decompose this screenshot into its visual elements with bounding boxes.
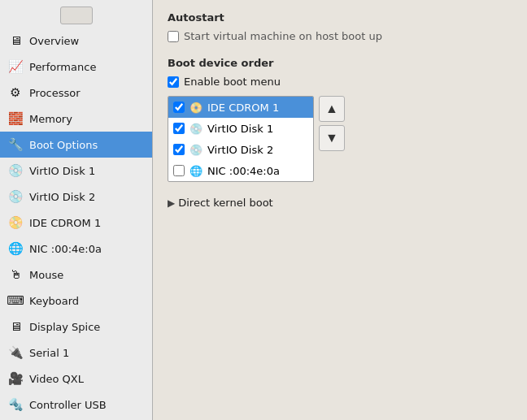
sidebar-item-label-serial-1: Serial 1 <box>29 347 69 359</box>
boot-device-label-virtio-disk-1: VirtIO Disk 1 <box>207 123 273 135</box>
memory-icon: 🧱 <box>7 110 24 128</box>
processor-icon: ⚙ <box>7 84 24 102</box>
boot-options-icon: 🔧 <box>7 136 24 154</box>
sidebar-item-label-virtio-disk-1: VirtIO Disk 1 <box>29 165 95 177</box>
sidebar-item-processor[interactable]: ⚙Processor <box>0 80 152 106</box>
boot-device-list: 📀IDE CDROM 1💿VirtIO Disk 1💿VirtIO Disk 2… <box>168 96 314 182</box>
boot-device-label-ide-cdrom-1: IDE CDROM 1 <box>207 102 279 114</box>
autostart-title: Autostart <box>168 11 512 24</box>
sidebar-item-memory[interactable]: 🧱Memory <box>0 106 152 132</box>
boot-device-label-nic-00: NIC :00:4e:0a <box>207 165 280 177</box>
sidebar-item-overview[interactable]: 🖥Overview <box>0 28 152 54</box>
boot-device-checkbox-virtio-disk-2[interactable] <box>173 144 185 155</box>
order-buttons: ▲ ▼ <box>319 96 345 151</box>
overview-icon: 🖥 <box>7 32 24 50</box>
boot-device-checkbox-nic-00[interactable] <box>173 165 185 176</box>
sidebar-item-label-virtio-disk-2: VirtIO Disk 2 <box>29 191 95 203</box>
keyboard-icon: ⌨ <box>7 292 24 310</box>
boot-device-section: Boot device order Enable boot menu 📀IDE … <box>168 57 512 182</box>
sidebar-item-label-nic: NIC :00:4e:0a <box>29 243 102 255</box>
enable-boot-menu-label: Enable boot menu <box>184 76 281 88</box>
ide-cdrom-1-icon: 📀 <box>7 214 24 232</box>
video-qxl-icon: 🎥 <box>7 370 24 388</box>
sidebar-item-virtio-disk-2[interactable]: 💿VirtIO Disk 2 <box>0 184 152 210</box>
mouse-icon: 🖱 <box>7 266 24 284</box>
boot-device-item-virtio-disk-1[interactable]: 💿VirtIO Disk 1 <box>168 118 313 139</box>
sidebar-item-label-controller-usb: Controller USB <box>29 399 107 411</box>
boot-device-item-nic-00[interactable]: 🌐NIC :00:4e:0a <box>168 160 313 181</box>
sidebar-item-label-memory: Memory <box>29 113 72 125</box>
autostart-label: Start virtual machine on host boot up <box>184 30 382 42</box>
sidebar-item-mouse[interactable]: 🖱Mouse <box>0 262 152 288</box>
stub-button[interactable] <box>60 6 93 24</box>
sidebar-item-label-video-qxl: Video QXL <box>29 373 84 385</box>
autostart-row: Start virtual machine on host boot up <box>168 30 512 42</box>
sidebar-item-label-performance: Performance <box>29 61 96 73</box>
expander-arrow-icon: ▶ <box>168 197 175 209</box>
sidebar-item-label-overview: Overview <box>29 35 79 47</box>
sidebar-item-label-boot-options: Boot Options <box>29 139 98 151</box>
ide-cdrom-1-dev-icon: 📀 <box>189 101 203 114</box>
sidebar-item-boot-options[interactable]: 🔧Boot Options <box>0 132 152 158</box>
sidebar-item-label-display-spice: Display Spice <box>29 321 100 333</box>
controller-usb-icon: 🔩 <box>7 396 24 414</box>
display-spice-icon: 🖥 <box>7 318 24 336</box>
boot-device-title: Boot device order <box>168 57 512 69</box>
sidebar-item-video-qxl[interactable]: 🎥Video QXL <box>0 366 152 392</box>
nic-00-dev-icon: 🌐 <box>189 164 203 177</box>
boot-device-checkbox-ide-cdrom-1[interactable] <box>173 102 185 113</box>
virtio-disk-2-dev-icon: 💿 <box>189 143 203 156</box>
boot-device-label-virtio-disk-2: VirtIO Disk 2 <box>207 144 273 156</box>
sidebar-item-keyboard[interactable]: ⌨Keyboard <box>0 288 152 314</box>
sidebar-item-label-mouse: Mouse <box>29 269 63 281</box>
enable-boot-menu-row: Enable boot menu <box>168 76 512 88</box>
boot-device-container: 📀IDE CDROM 1💿VirtIO Disk 1💿VirtIO Disk 2… <box>168 96 512 182</box>
enable-boot-menu-checkbox[interactable] <box>168 76 179 88</box>
direct-kernel-label: Direct kernel boot <box>178 197 272 209</box>
performance-icon: 📈 <box>7 58 24 76</box>
sidebar-item-nic[interactable]: 🌐NIC :00:4e:0a <box>0 236 152 262</box>
sidebar-item-display-spice[interactable]: 🖥Display Spice <box>0 314 152 340</box>
sidebar-item-label-keyboard: Keyboard <box>29 295 79 307</box>
sidebar-item-ide-cdrom-1[interactable]: 📀IDE CDROM 1 <box>0 210 152 236</box>
boot-device-item-virtio-disk-2[interactable]: 💿VirtIO Disk 2 <box>168 139 313 160</box>
virtio-disk-1-dev-icon: 💿 <box>189 122 203 135</box>
nic-icon: 🌐 <box>7 240 24 258</box>
sidebar-item-label-processor: Processor <box>29 87 81 99</box>
sidebar-item-performance[interactable]: 📈Performance <box>0 54 152 80</box>
top-stub <box>0 3 152 28</box>
main-content: Autostart Start virtual machine on host … <box>153 0 527 420</box>
sidebar-item-virtio-disk-1[interactable]: 💿VirtIO Disk 1 <box>0 158 152 184</box>
sidebar-item-serial-1[interactable]: 🔌Serial 1 <box>0 340 152 366</box>
autostart-checkbox[interactable] <box>168 31 179 42</box>
move-down-button[interactable]: ▼ <box>319 125 345 151</box>
sidebar: 🖥Overview📈Performance⚙Processor🧱Memory🔧B… <box>0 0 153 420</box>
sidebar-item-label-ide-cdrom-1: IDE CDROM 1 <box>29 217 101 229</box>
boot-device-checkbox-virtio-disk-1[interactable] <box>173 123 185 134</box>
direct-kernel-expander[interactable]: ▶ Direct kernel boot <box>168 197 512 209</box>
virtio-disk-1-icon: 💿 <box>7 162 24 180</box>
boot-device-item-ide-cdrom-1[interactable]: 📀IDE CDROM 1 <box>168 97 313 118</box>
serial-1-icon: 🔌 <box>7 344 24 362</box>
move-up-button[interactable]: ▲ <box>319 96 345 122</box>
autostart-section: Autostart Start virtual machine on host … <box>168 11 512 42</box>
sidebar-item-controller-usb[interactable]: 🔩Controller USB <box>0 392 152 418</box>
virtio-disk-2-icon: 💿 <box>7 188 24 206</box>
direct-kernel-section: ▶ Direct kernel boot <box>168 197 512 209</box>
